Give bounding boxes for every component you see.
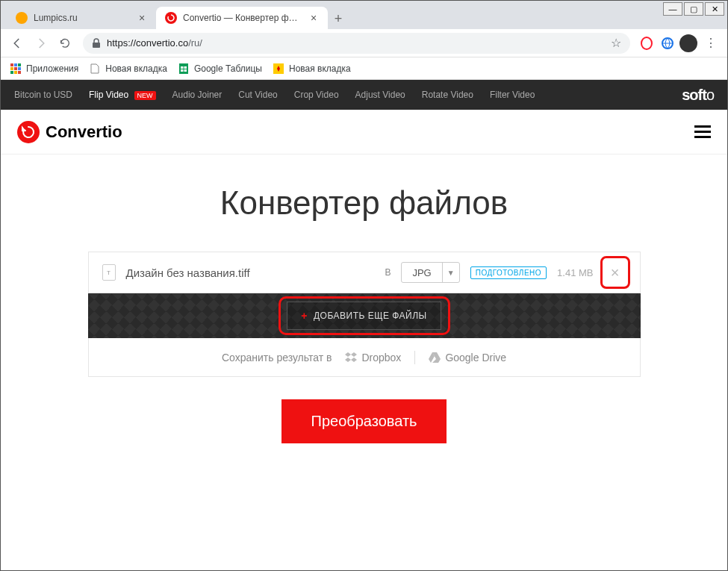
url-text: https://convertio.co/ru/: [107, 37, 605, 49]
format-value: JPG: [402, 263, 442, 282]
save-label: Сохранить результат в: [222, 352, 332, 363]
main-content: Конвертер файлов T Дизайн без названия.t…: [1, 155, 727, 458]
tab-strip: Lumpics.ru × Convertio — Конвертер файло…: [1, 1, 727, 29]
file-type-icon: T: [102, 264, 116, 281]
promo-rotate-video[interactable]: Rotate Video: [422, 90, 473, 100]
promo-audio-joiner[interactable]: Audio Joiner: [172, 90, 223, 100]
dropbox-icon: [345, 352, 357, 363]
divider: [414, 351, 415, 364]
status-badge: ПОДГОТОВЛЕНО: [470, 266, 547, 279]
bookmark-newtab-2[interactable]: Новая вкладка: [273, 63, 351, 75]
file-panel: T Дизайн без названия.tiff В JPG ▼ ПОДГО…: [88, 252, 641, 377]
add-more-row: + ДОБАВИТЬ ЕЩЕ ФАЙЛЫ: [88, 293, 641, 338]
favicon-lumpics: [16, 12, 28, 24]
promo-bitcoin[interactable]: Bitcoin to USD: [14, 90, 72, 100]
convertio-logo[interactable]: Convertio: [17, 121, 122, 143]
promo-cut-video[interactable]: Cut Video: [238, 90, 277, 100]
svg-rect-5: [18, 63, 21, 66]
svg-rect-11: [18, 71, 21, 74]
logo-text: Convertio: [46, 122, 122, 142]
svg-rect-3: [10, 63, 13, 66]
add-more-label: ДОБАВИТЬ ЕЩЕ ФАЙЛЫ: [314, 311, 427, 321]
save-destination-row: Сохранить результат в Dropbox Google Dri…: [88, 338, 641, 377]
site-header: Convertio: [1, 110, 727, 155]
browser-menu-button[interactable]: ⋮: [700, 33, 721, 54]
plus-icon: +: [301, 310, 308, 322]
close-tab-icon[interactable]: ×: [137, 13, 147, 23]
browser-tab-convertio[interactable]: Convertio — Конвертер файлов ×: [156, 7, 328, 29]
maximize-button[interactable]: ▢: [684, 2, 703, 16]
svg-rect-0: [93, 43, 100, 48]
chevron-down-icon[interactable]: ▼: [443, 263, 459, 282]
bookmark-apps[interactable]: Приложения: [10, 63, 78, 75]
remove-file-button[interactable]: ×: [604, 261, 626, 284]
svg-rect-8: [18, 67, 21, 70]
tab-title: Lumpics.ru: [34, 13, 131, 23]
highlight-annotation: [600, 256, 630, 289]
reload-button[interactable]: [55, 33, 75, 54]
menu-button[interactable]: [694, 125, 711, 138]
favicon-convertio: [165, 12, 177, 24]
add-more-files-button[interactable]: + ДОБАВИТЬ ЕЩЕ ФАЙЛЫ: [287, 302, 441, 330]
save-google-drive[interactable]: Google Drive: [429, 352, 506, 363]
close-tab-icon[interactable]: ×: [308, 13, 319, 23]
svg-rect-9: [10, 71, 13, 74]
forward-button[interactable]: [31, 33, 52, 54]
file-size: 1.41 MB: [557, 267, 593, 278]
browser-toolbar: https://convertio.co/ru/ ☆ ⋮: [1, 29, 727, 57]
to-label: В: [385, 267, 391, 278]
promo-filter-video[interactable]: Filter Video: [490, 90, 535, 100]
sheets-icon: [178, 63, 190, 75]
promo-adjust-video[interactable]: Adjust Video: [355, 90, 405, 100]
page-icon: [89, 63, 101, 75]
back-button[interactable]: [7, 33, 28, 54]
svg-rect-7: [14, 67, 17, 70]
format-select[interactable]: JPG ▼: [401, 262, 459, 283]
promo-flip-video[interactable]: Flip Video NEW: [89, 90, 156, 100]
softo-logo: softo: [682, 87, 714, 104]
profile-avatar[interactable]: [679, 34, 697, 52]
convert-button[interactable]: Преобразовать: [281, 399, 447, 443]
opera-extension-icon[interactable]: [638, 34, 656, 52]
svg-point-1: [641, 37, 652, 49]
browser-tab-lumpics[interactable]: Lumpics.ru ×: [7, 7, 156, 29]
close-window-button[interactable]: ✕: [705, 2, 724, 16]
address-bar[interactable]: https://convertio.co/ru/ ☆: [83, 33, 630, 54]
logo-icon: [17, 121, 40, 143]
svg-rect-6: [10, 67, 13, 70]
minimize-button[interactable]: —: [663, 2, 682, 16]
bookmarks-bar: Приложения Новая вкладка Google Таблицы …: [1, 57, 727, 80]
promo-crop-video[interactable]: Crop Video: [294, 90, 339, 100]
extension-icon[interactable]: [659, 34, 676, 52]
bookmark-star-icon[interactable]: ☆: [611, 36, 621, 50]
bookmark-sheets[interactable]: Google Таблицы: [178, 63, 262, 75]
lock-icon: [92, 38, 101, 49]
file-row: T Дизайн без названия.tiff В JPG ▼ ПОДГО…: [88, 252, 641, 293]
page-title: Конвертер файлов: [16, 184, 712, 222]
promo-bar: Bitcoin to USD Flip Video NEW Audio Join…: [1, 80, 727, 110]
svg-rect-10: [14, 71, 17, 74]
apps-icon: [10, 63, 22, 75]
file-name: Дизайн без названия.tiff: [126, 266, 375, 279]
window-controls: — ▢ ✕: [663, 2, 724, 16]
bookmark-newtab-1[interactable]: Новая вкладка: [89, 63, 167, 75]
yandex-icon: [273, 63, 284, 75]
tab-title: Convertio — Конвертер файлов: [183, 13, 302, 23]
google-drive-icon: [429, 352, 441, 363]
new-tab-button[interactable]: +: [328, 8, 349, 29]
new-badge: NEW: [134, 91, 156, 100]
save-dropbox[interactable]: Dropbox: [345, 352, 401, 363]
svg-rect-4: [14, 63, 17, 66]
